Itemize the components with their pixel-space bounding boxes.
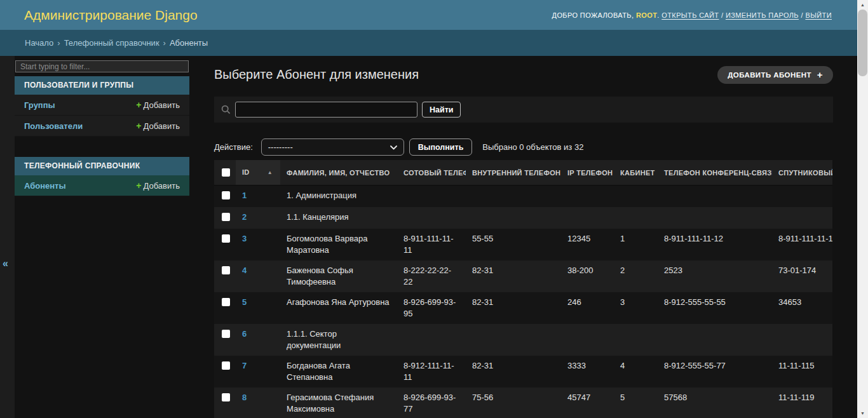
cell-conf: 8-911-111-11-12 xyxy=(658,229,772,260)
search-button[interactable]: Найти xyxy=(422,102,461,118)
users-link[interactable]: Пользователи xyxy=(24,121,83,131)
cell-office: 3 xyxy=(614,292,658,324)
cell-sat: 11-11-115 xyxy=(772,356,832,388)
row-checkbox[interactable] xyxy=(222,298,230,306)
scrollbar-up-arrow-icon[interactable]: ▲ xyxy=(857,0,868,10)
add-group-link[interactable]: +Добавить xyxy=(136,100,180,110)
add-user-link[interactable]: +Добавить xyxy=(136,121,180,131)
user-tools: ДОБРО ПОЖАЛОВАТЬ, ROOT. ОТКРЫТЬ САЙТ / И… xyxy=(552,11,832,19)
column-header-6[interactable]: ТЕЛЕФОН КОНФЕРЕНЦ-СВЯЗИ xyxy=(658,160,772,185)
row-checkbox-cell xyxy=(214,356,236,388)
sidebar-item-groups[interactable]: Группы +Добавить xyxy=(15,95,189,116)
breadcrumb-current: Абоненты xyxy=(170,38,208,48)
sort-asc-icon[interactable]: ▲ xyxy=(268,168,273,177)
breadcrumb-home[interactable]: Начало xyxy=(25,38,53,48)
cell-office: 1 xyxy=(614,229,658,260)
cell-internal: 82-31 xyxy=(466,292,561,324)
table-row: 8Герасимова Стефания Максимовна8-926-699… xyxy=(214,388,832,418)
column-header-7[interactable]: СПУТНИКОВЫЙ xyxy=(772,160,832,185)
table-row: 4Баженова Софья Тимофеевна8-222-22-22-22… xyxy=(214,260,832,292)
vertical-scrollbar[interactable]: ▲ ▼ xyxy=(857,0,868,418)
action-select[interactable]: --------- xyxy=(261,138,404,156)
view-site-link[interactable]: ОТКРЫТЬ САЙТ xyxy=(661,11,719,19)
cell-internal: 82-31 xyxy=(466,356,561,388)
row-id-cell: 4 xyxy=(236,260,280,292)
row-checkbox[interactable] xyxy=(222,393,230,401)
column-header-4[interactable]: IP ТЕЛЕФОН xyxy=(561,160,614,185)
table-row: 5Агафонова Яна Артуровна8-926-699-93-958… xyxy=(214,292,832,324)
row-checkbox[interactable] xyxy=(222,330,230,338)
run-action-button[interactable]: Выполнить xyxy=(409,138,473,156)
page: Администрирование Django ДОБРО ПОЖАЛОВАТ… xyxy=(0,0,857,418)
row-id-link[interactable]: 2 xyxy=(242,212,247,222)
cell-internal xyxy=(466,324,561,356)
logout-link[interactable]: ВЫЙТИ xyxy=(805,11,832,19)
cell-office: 2 xyxy=(614,260,658,292)
search-input[interactable] xyxy=(235,102,417,118)
row-checkbox[interactable] xyxy=(222,361,230,370)
cell-office: 4 xyxy=(614,356,658,388)
breadcrumb-separator: › xyxy=(163,38,166,48)
column-header-0[interactable]: ID▲ xyxy=(236,160,280,185)
subscribers-link[interactable]: Абоненты xyxy=(24,181,66,191)
chevron-down-icon xyxy=(390,142,397,152)
link-separator: / xyxy=(801,11,803,19)
column-header-1[interactable]: ФАМИЛИЯ, ИМЯ, ОТЧЕСТВО xyxy=(280,160,397,185)
action-label: Действие: xyxy=(214,142,253,152)
cell-ip: 3333 xyxy=(561,356,614,388)
groups-link[interactable]: Группы xyxy=(24,100,55,110)
sidebar-item-users[interactable]: Пользователи +Добавить xyxy=(15,116,189,137)
row-id-link[interactable]: 6 xyxy=(242,329,247,339)
table-row: 61.1.1. Сектор документации xyxy=(214,324,832,356)
sidebar-toggle-icon[interactable]: « xyxy=(3,258,8,269)
cell-sat: 34653 xyxy=(772,292,832,324)
add-subscriber-button[interactable]: ДОБАВИТЬ АБОНЕНТ+ xyxy=(717,66,833,84)
cell-conf xyxy=(658,185,772,208)
column-header-2[interactable]: СОТОВЫЙ ТЕЛЕФОН xyxy=(397,160,466,185)
cell-fio: Агафонова Яна Артуровна xyxy=(280,292,397,324)
cell-conf xyxy=(658,207,772,229)
add-subscriber-link[interactable]: +Добавить xyxy=(136,180,180,191)
cell-cell: 8-222-22-22-22 xyxy=(397,260,466,292)
cell-cell xyxy=(397,185,466,208)
cell-cell xyxy=(397,207,466,229)
content-area: « ПОЛЬЗОВАТЕЛИ И ГРУППЫ Группы +Добавить… xyxy=(0,56,857,418)
row-checkbox[interactable] xyxy=(222,266,230,274)
column-header-5[interactable]: КАБИНЕТ xyxy=(614,160,658,185)
breadcrumb-app[interactable]: Телефонный справочник xyxy=(64,38,159,48)
nav-sidebar: ПОЛЬЗОВАТЕЛИ И ГРУППЫ Группы +Добавить П… xyxy=(15,56,189,418)
row-checkbox[interactable] xyxy=(222,234,230,243)
sidebar-filter-input[interactable] xyxy=(15,60,189,72)
sidebar-item-subscribers[interactable]: Абоненты +Добавить xyxy=(15,175,189,196)
cell-fio: Богомолова Варвара Маратовна xyxy=(280,229,397,260)
cell-office xyxy=(614,207,658,229)
cell-ip: 12345 xyxy=(561,229,614,260)
row-id-link[interactable]: 8 xyxy=(242,393,247,402)
cell-sat xyxy=(772,207,832,229)
cell-internal: 55-55 xyxy=(466,229,561,260)
row-id-link[interactable]: 1 xyxy=(242,191,247,200)
change-password-link[interactable]: ИЗМЕНИТЬ ПАРОЛЬ xyxy=(726,11,799,19)
column-header-3[interactable]: ВНУТРЕННИЙ ТЕЛЕФОН xyxy=(466,160,561,185)
module-caption: ПОЛЬЗОВАТЕЛИ И ГРУППЫ xyxy=(15,76,189,95)
row-id-link[interactable]: 5 xyxy=(242,297,247,307)
cell-cell xyxy=(397,324,466,356)
scrollbar-down-arrow-icon[interactable]: ▼ xyxy=(857,408,868,418)
breadcrumb-separator: › xyxy=(57,38,60,48)
row-checkbox-cell xyxy=(214,185,236,208)
search-icon xyxy=(221,105,231,114)
cell-cell: 8-926-699-93-77 xyxy=(397,388,466,418)
cell-conf: 2523 xyxy=(658,260,772,292)
select-all-checkbox[interactable] xyxy=(222,168,230,177)
row-checkbox[interactable] xyxy=(222,191,230,199)
row-checkbox[interactable] xyxy=(222,213,230,221)
cell-internal: 75-56 xyxy=(466,388,561,418)
selection-counter: Выбрано 0 объектов из 32 xyxy=(482,142,583,152)
welcome-text: ДОБРО ПОЖАЛОВАТЬ, xyxy=(552,11,634,19)
row-id-link[interactable]: 3 xyxy=(242,234,247,243)
row-id-link[interactable]: 4 xyxy=(242,266,247,275)
scrollbar-thumb[interactable] xyxy=(858,10,867,76)
site-title-link[interactable]: Администрирование Django xyxy=(24,8,198,23)
select-all-header-cell xyxy=(214,160,236,185)
row-id-link[interactable]: 7 xyxy=(242,361,247,370)
